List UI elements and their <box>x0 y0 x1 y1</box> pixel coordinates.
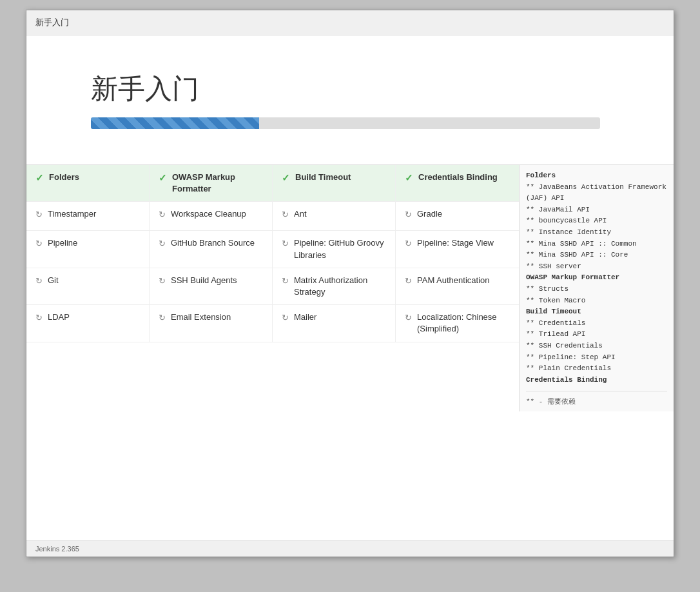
refresh-icon: ↻ <box>405 210 412 219</box>
sidebar-item: ** Mina SSHD API :: Core <box>526 250 667 261</box>
progress-bar-container <box>91 117 600 129</box>
sidebar-item: Folders <box>526 170 667 182</box>
sidebar-item: ** bouncycastle API <box>526 215 667 227</box>
grid-row-2: ↻ Git ↻ SSH Build Agents ↻ Matrix Author… <box>26 268 519 305</box>
refresh-icon: ↻ <box>282 210 289 219</box>
cell-text-1-0: Pipeline <box>48 237 77 249</box>
cell-3-0: ↻ LDAP <box>26 305 150 341</box>
cell-3-2: ↻ Mailer <box>273 305 396 341</box>
cell-text-1-1: GitHub Branch Source <box>171 237 255 249</box>
refresh-icon: ↻ <box>405 313 412 322</box>
cell-text-1-3: Pipeline: Stage View <box>417 237 494 249</box>
refresh-icon: ↻ <box>35 276 43 286</box>
main-window: 新手入门 新手入门 ✓ Folders ✓ OWASP Markup Forma… <box>26 10 674 557</box>
cell-text-2-1: SSH Build Agents <box>171 275 237 286</box>
header-credentials-label: Credentials Binding <box>418 172 498 183</box>
refresh-icon: ↻ <box>159 210 166 219</box>
cell-2-2: ↻ Matrix Authorization Strategy <box>273 268 396 304</box>
sidebar-item: ** Trilead API <box>526 329 667 340</box>
cell-0-2: ↻ Ant <box>273 202 396 230</box>
grid-row-0: ↻ Timestamper ↻ Workspace Cleanup ↻ Ant … <box>26 202 519 231</box>
grid-header-row: ✓ Folders ✓ OWASP Markup Formatter ✓ Bui… <box>26 165 519 202</box>
header-owasp-label: OWASP Markup Formatter <box>172 172 263 195</box>
sidebar-item: ** SSH server <box>526 261 667 273</box>
cell-text-2-3: PAM Authentication <box>417 275 490 286</box>
cell-1-3: ↻ Pipeline: Stage View <box>396 231 519 267</box>
grid-row-1: ↻ Pipeline ↻ GitHub Branch Source ↻ Pipe… <box>26 231 519 268</box>
sidebar-item: ** Instance Identity <box>526 227 667 239</box>
sidebar-item: ** Mina SSHD API :: Common <box>526 239 667 250</box>
grid-header-folders: ✓ Folders <box>26 165 150 201</box>
cell-text-2-2: Matrix Authorization Strategy <box>294 275 386 298</box>
cell-1-0: ↻ Pipeline <box>26 231 150 267</box>
cell-0-1: ↻ Workspace Cleanup <box>150 202 273 230</box>
sidebar-item: ** Token Macro <box>526 295 667 307</box>
refresh-icon: ↻ <box>159 313 166 322</box>
main-content: ✓ Folders ✓ OWASP Markup Formatter ✓ Bui… <box>26 164 674 411</box>
refresh-icon: ↻ <box>405 276 412 286</box>
sidebar-item: ** JavaBeans Activation Framework (JAF) … <box>526 182 667 204</box>
header-build-timeout-label: Build Timeout <box>295 172 351 183</box>
sidebar-item: ** Plain Credentials <box>526 363 667 375</box>
hero-section: 新手入门 <box>26 35 674 164</box>
cell-2-3: ↻ PAM Authentication <box>396 268 519 304</box>
sidebar-item: Credentials Binding <box>526 375 667 386</box>
grid-header-owasp: ✓ OWASP Markup Formatter <box>150 165 273 201</box>
cell-0-3: ↻ Gradle <box>396 202 519 230</box>
grid-header-build-timeout: ✓ Build Timeout <box>273 165 396 201</box>
sidebar-item: OWASP Markup Formatter <box>526 272 667 284</box>
cell-2-1: ↻ SSH Build Agents <box>150 268 273 304</box>
cell-text-1-2: Pipeline: GitHub Groovy Libraries <box>294 237 386 261</box>
check-icon: ✓ <box>35 172 44 184</box>
sidebar-item: ** Pipeline: Step API <box>526 352 667 364</box>
refresh-icon: ↻ <box>35 313 43 322</box>
check-icon: ✓ <box>405 172 413 184</box>
cell-text-0-1: Workspace Cleanup <box>171 208 246 220</box>
cell-text-3-1: Email Extension <box>171 311 231 323</box>
window-title: 新手入门 <box>35 17 69 27</box>
cell-text-3-0: LDAP <box>48 311 70 323</box>
sidebar-item: Build Timeout <box>526 306 667 318</box>
progress-bar-fill <box>91 117 259 129</box>
sidebar: Folders** JavaBeans Activation Framework… <box>519 164 674 411</box>
refresh-icon: ↻ <box>159 276 166 286</box>
refresh-icon: ↻ <box>35 210 43 219</box>
cell-text-3-2: Mailer <box>294 311 316 323</box>
refresh-icon: ↻ <box>405 239 412 248</box>
refresh-icon: ↻ <box>282 313 289 322</box>
sidebar-note: ** - 需要依赖 <box>526 391 667 406</box>
sidebar-item: ** Structs <box>526 284 667 295</box>
sidebar-item: ** JavaMail API <box>526 204 667 216</box>
plugins-grid: ✓ Folders ✓ OWASP Markup Formatter ✓ Bui… <box>26 164 519 411</box>
cell-text-3-3: Localization: Chinese (Simplified) <box>417 311 510 335</box>
cell-2-0: ↻ Git <box>26 268 150 304</box>
header-folders-label: Folders <box>49 172 79 183</box>
cell-3-3: ↻ Localization: Chinese (Simplified) <box>396 305 519 341</box>
grid-header-credentials: ✓ Credentials Binding <box>396 165 519 201</box>
cell-text-0-2: Ant <box>294 208 307 220</box>
check-icon: ✓ <box>159 172 167 184</box>
cell-text-0-0: Timestamper <box>48 208 96 220</box>
refresh-icon: ↻ <box>282 239 289 248</box>
version-label: Jenkins 2.365 <box>35 545 79 553</box>
hero-title: 新手入门 <box>91 71 199 107</box>
refresh-icon: ↻ <box>159 239 166 248</box>
footer: Jenkins 2.365 <box>26 540 674 557</box>
refresh-icon: ↻ <box>35 239 43 248</box>
cell-text-0-3: Gradle <box>417 208 442 220</box>
empty-section <box>26 411 674 540</box>
refresh-icon: ↻ <box>282 276 289 286</box>
sidebar-item: ** Credentials <box>526 318 667 330</box>
cell-0-0: ↻ Timestamper <box>26 202 150 230</box>
sidebar-item: ** SSH Credentials <box>526 340 667 352</box>
title-bar: 新手入门 <box>26 10 674 35</box>
cell-1-1: ↻ GitHub Branch Source <box>150 231 273 267</box>
check-icon: ✓ <box>282 172 290 184</box>
grid-row-3: ↻ LDAP ↻ Email Extension ↻ Mailer ↻ Loca… <box>26 305 519 342</box>
cell-text-2-0: Git <box>48 275 59 286</box>
cell-1-2: ↻ Pipeline: GitHub Groovy Libraries <box>273 231 396 267</box>
cell-3-1: ↻ Email Extension <box>150 305 273 341</box>
